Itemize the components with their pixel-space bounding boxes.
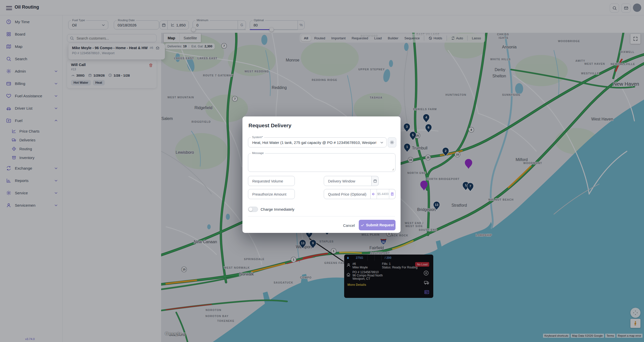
message-label: Message [251,151,265,154]
delivery-window-field[interactable] [324,176,372,186]
delivery-window-input[interactable] [328,176,367,186]
charge-immediately-label: Charge Immediately [261,207,294,211]
request-delivery-modal: Request Delivery System* Heat, Hot Water… [242,116,401,233]
system-settings-button[interactable] [388,137,396,147]
gear-icon [390,140,394,145]
charge-immediately-toggle[interactable] [248,207,258,212]
requested-volume-input[interactable] [252,176,291,186]
delivery-window-calendar-button[interactable] [372,176,379,186]
submit-request-button[interactable]: Submit Request [359,220,396,230]
system-select[interactable]: System* Heat, Hot Water (1 tank, 275 gal… [248,137,387,147]
preauthorize-field[interactable] [248,189,295,199]
quoted-price-field[interactable] [324,189,371,199]
quoted-price-tools: $5.4400 [371,189,396,199]
message-textarea[interactable] [250,155,394,171]
cancel-button[interactable]: Cancel [341,220,356,230]
quoted-price-input[interactable] [328,189,369,199]
calendar-icon [373,179,377,183]
chevron-down-icon [380,140,384,145]
message-field[interactable]: Message [248,153,396,172]
preauthorize-input[interactable] [252,189,291,199]
submit-request-label: Submit Request [366,223,394,227]
receipt-icon[interactable] [389,189,395,199]
requested-volume-field[interactable] [248,176,295,186]
arrow-left-icon[interactable] [371,192,377,196]
quoted-price-value: $5.4400 [377,189,389,199]
system-value: Heat, Hot Water (1 tank, 275 gal capacit… [252,138,376,147]
check-icon [361,223,364,227]
modal-title: Request Delivery [248,122,291,129]
